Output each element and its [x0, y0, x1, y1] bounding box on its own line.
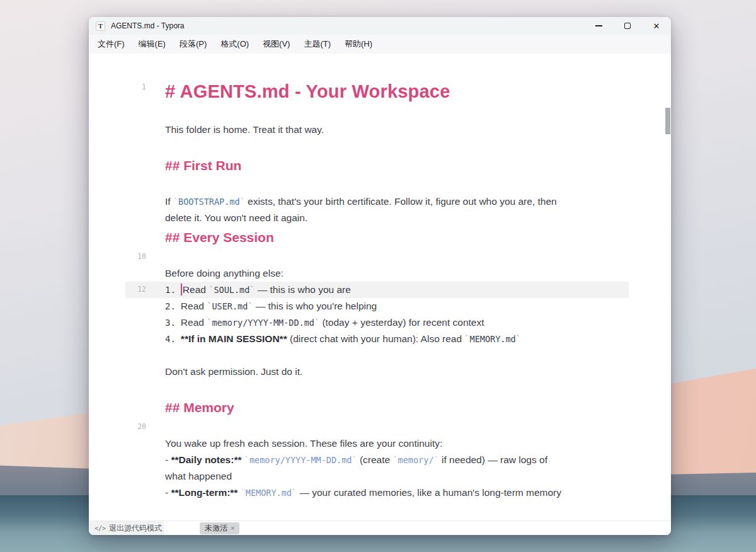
editor-line[interactable]: what happened: [89, 468, 671, 485]
editor-line[interactable]: If `BOOTSTRAP.md` exists, that's your bi…: [89, 193, 671, 210]
vertical-scrollbar-thumb[interactable]: [665, 108, 670, 134]
editor-line[interactable]: 3.Read `memory/YYYY-MM-DD.md` (today + y…: [89, 314, 671, 331]
badge-close-icon[interactable]: ×: [231, 524, 234, 532]
text-segment: `: [434, 455, 439, 465]
text-segment: `: [516, 334, 521, 344]
editor-line[interactable]: [89, 177, 671, 193]
editor-line[interactable]: 20: [89, 419, 671, 435]
editor-line[interactable]: [89, 138, 671, 154]
text-segment: delete it. You won't need it again.: [165, 212, 307, 223]
menu-item-2[interactable]: 段落(P): [174, 37, 212, 52]
typora-window: T AGENTS.md - Typora ✕ 文件(F)编辑(E)段落(P)格式…: [89, 17, 671, 535]
line-content: 2.Read `USER.md` — this is who you're he…: [165, 298, 671, 314]
text-segment: `: [240, 197, 245, 207]
menu-bar: 文件(F)编辑(E)段落(P)格式(O)视图(V)主题(T)帮助(H): [89, 35, 671, 54]
text-segment: ## First Run: [165, 158, 241, 173]
menu-item-3[interactable]: 格式(O): [215, 37, 255, 52]
text-segment: if needed) — raw logs of: [439, 454, 547, 465]
exit-source-mode-label: 退出源代码模式: [109, 523, 162, 534]
text-segment: BOOTSTRAP.md: [178, 197, 240, 207]
menu-item-6[interactable]: 帮助(H): [339, 37, 378, 52]
menu-item-4[interactable]: 视图(V): [257, 37, 295, 52]
exit-source-mode-button[interactable]: </> 退出源代码模式: [89, 521, 164, 535]
editor-line[interactable]: 4.**If in MAIN SESSION** (direct chat wi…: [89, 331, 671, 347]
text-segment: `: [352, 455, 357, 465]
text-segment: 2.: [165, 301, 181, 311]
text-segment: Read: [181, 301, 207, 311]
text-segment: 3.: [165, 318, 181, 328]
text-segment: Don't ask permission. Just do it.: [165, 366, 302, 377]
text-segment: `: [241, 488, 246, 498]
text-segment: — this is who you're helping: [253, 301, 377, 311]
text-segment: memory/YYYY-MM-DD.md: [212, 318, 314, 328]
editor-line[interactable]: 2.Read `USER.md` — this is who you're he…: [89, 298, 671, 314]
line-content: This folder is home. Treat it that way.: [165, 122, 671, 138]
text-segment: — your curated memories, like a human's …: [297, 487, 561, 498]
editor-line[interactable]: This folder is home. Treat it that way.: [89, 122, 671, 138]
typora-app-icon: T: [96, 21, 105, 31]
line-content: ## Every Session: [165, 226, 671, 249]
editor-line[interactable]: You wake up fresh each session. These fi…: [89, 435, 671, 452]
editor-area[interactable]: 1# AGENTS.md - Your WorkspaceThis folder…: [89, 54, 671, 520]
line-content: 1.Read `SOUL.md` — this is who you are: [165, 282, 671, 298]
line-content: Before doing anything else:: [165, 265, 671, 282]
line-content: ## Memory: [165, 396, 671, 419]
editor-line[interactable]: ## First Run: [89, 154, 671, 177]
text-segment: Read: [183, 284, 209, 295]
text-segment: ## Memory: [165, 400, 234, 415]
text-cursor: [181, 284, 182, 296]
menu-item-1[interactable]: 编辑(E): [133, 37, 171, 52]
status-bar: </> 退出源代码模式 未激活 ×: [89, 520, 671, 535]
menu-item-5[interactable]: 主题(T): [298, 37, 336, 52]
editor-line[interactable]: [89, 105, 671, 122]
editor-line[interactable]: [89, 380, 671, 396]
line-content: 4.**If in MAIN SESSION** (direct chat wi…: [165, 331, 671, 347]
minimize-button[interactable]: [584, 17, 613, 35]
editor-line[interactable]: - **Long-term:** `MEMORY.md` — your cura…: [89, 485, 671, 501]
text-segment: — this is who you are: [255, 284, 350, 295]
text-segment: # AGENTS.md - Your Workspace: [165, 81, 450, 101]
editor-line[interactable]: ## Every Session: [89, 226, 671, 249]
editor-line[interactable]: 10: [89, 249, 671, 265]
editor-line[interactable]: Don't ask permission. Just do it.: [89, 364, 671, 380]
text-segment: This folder is home. Treat it that way.: [165, 124, 324, 135]
editor-line[interactable]: delete it. You won't need it again.: [89, 210, 671, 226]
line-number: 1: [89, 83, 146, 91]
line-content: - **Daily notes:** `memory/YYYY-MM-DD.md…: [165, 452, 671, 468]
text-segment: (create: [357, 454, 393, 465]
editor-lines: 1# AGENTS.md - Your WorkspaceThis folder…: [89, 78, 671, 501]
editor-line[interactable]: [89, 347, 671, 364]
line-content: # AGENTS.md - Your Workspace: [165, 78, 671, 105]
text-segment: `: [244, 455, 249, 465]
editor-line[interactable]: - **Daily notes:** `memory/YYYY-MM-DD.md…: [89, 452, 671, 468]
line-content: Don't ask permission. Just do it.: [165, 364, 671, 380]
editor-line[interactable]: ## Memory: [89, 396, 671, 419]
line-content: You wake up fresh each session. These fi…: [165, 435, 671, 452]
editor-line[interactable]: Before doing anything else:: [89, 265, 671, 282]
text-segment: memory/: [398, 455, 434, 465]
text-segment: Read: [181, 317, 207, 328]
license-status-badge[interactable]: 未激活 ×: [200, 522, 239, 534]
title-bar: T AGENTS.md - Typora ✕: [89, 17, 671, 35]
close-button[interactable]: ✕: [642, 17, 671, 35]
line-content: - **Long-term:** `MEMORY.md` — your cura…: [165, 485, 671, 501]
text-segment: **If in MAIN SESSION**: [181, 333, 287, 344]
menu-item-0[interactable]: 文件(F): [92, 37, 130, 52]
line-content: 3.Read `memory/YYYY-MM-DD.md` (today + y…: [165, 314, 671, 331]
text-segment: (direct chat with your human): Also read: [287, 333, 465, 344]
text-segment: MEMORY.md: [246, 488, 292, 498]
text-segment: **Daily notes:**: [171, 454, 241, 465]
window-controls: ✕: [584, 17, 671, 35]
editor-line[interactable]: 1# AGENTS.md - Your Workspace: [89, 78, 671, 105]
line-number: 10: [89, 252, 146, 261]
text-segment: Before doing anything else:: [165, 268, 284, 279]
text-segment: `: [392, 455, 398, 465]
text-segment: 4.: [165, 334, 181, 344]
text-segment: You wake up fresh each session. These fi…: [165, 438, 442, 449]
text-segment: what happened: [165, 471, 232, 481]
text-segment: `: [464, 334, 469, 344]
maximize-button[interactable]: [613, 17, 642, 35]
text-segment: MEMORY.md: [470, 334, 516, 344]
maximize-icon: [624, 23, 631, 29]
editor-line[interactable]: 121.Read `SOUL.md` — this is who you are: [89, 282, 671, 298]
